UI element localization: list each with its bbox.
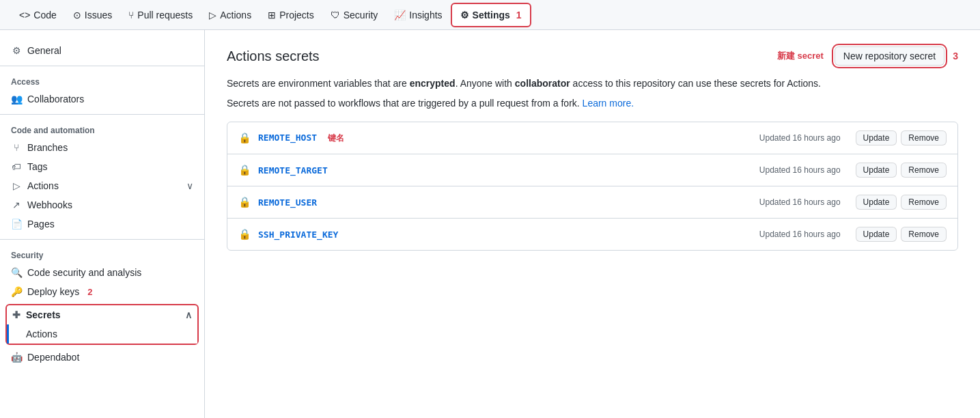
shield-icon: 🔍 xyxy=(11,267,22,278)
sidebar-secrets-label: Secrets xyxy=(26,309,61,320)
sidebar: ⚙ General Access 👥 Collaborators Code an… xyxy=(0,30,205,418)
new-secret-annotation: 新建 secret xyxy=(777,50,824,62)
main-content: Actions secrets 新建 secret New repository… xyxy=(205,30,980,418)
table-row: 🔒 REMOTE_TARGET Updated 16 hours ago Upd… xyxy=(227,154,957,186)
badge-3: 3 xyxy=(953,51,958,61)
nav-settings-label: Settings xyxy=(473,10,510,20)
update-button-2[interactable]: Update xyxy=(856,163,897,178)
nav-pull-requests[interactable]: ⑂ Pull requests xyxy=(120,4,201,26)
sidebar-code-security[interactable]: 🔍 Code security and analysis xyxy=(0,263,204,282)
secret-name-1: REMOTE_HOST 键名 xyxy=(258,133,759,144)
sidebar-general[interactable]: ⚙ General xyxy=(0,41,204,60)
description-line1: Secrets are environment variables that a… xyxy=(227,76,958,91)
dependabot-icon: 🤖 xyxy=(11,352,22,363)
sidebar-webhooks[interactable]: ↗ Webhooks xyxy=(0,195,204,214)
sidebar-secrets-actions-label: Actions xyxy=(26,329,57,339)
sidebar-deploy-keys[interactable]: 🔑 Deploy keys 2 xyxy=(0,282,204,301)
nav-insights[interactable]: 📈 Insights xyxy=(386,4,450,26)
badge-1: 1 xyxy=(516,10,522,20)
table-row: 🔒 REMOTE_USER Updated 16 hours ago Updat… xyxy=(227,186,957,219)
secret-name-2: REMOTE_TARGET xyxy=(258,165,759,176)
collaborator-text: collaborator xyxy=(515,78,570,89)
update-button-4[interactable]: Update xyxy=(856,227,897,242)
pr-icon: ⑂ xyxy=(128,10,134,20)
nav-insights-label: Insights xyxy=(409,10,442,20)
lock-icon-3: 🔒 xyxy=(238,196,251,208)
insights-icon: 📈 xyxy=(394,10,406,20)
secret-name-text-1: REMOTE_HOST xyxy=(258,133,317,143)
sidebar-collaborators[interactable]: 👥 Collaborators xyxy=(0,89,204,109)
new-repository-secret-button[interactable]: New repository secret xyxy=(835,46,944,66)
nav-projects[interactable]: ⊞ Projects xyxy=(260,4,322,26)
issues-icon: ⊙ xyxy=(73,10,81,20)
sidebar-general-label: General xyxy=(27,45,61,56)
pages-icon: 📄 xyxy=(11,219,22,229)
divider-2 xyxy=(0,114,204,115)
lock-icon-4: 🔒 xyxy=(238,228,251,240)
table-row: 🔒 REMOTE_HOST 键名 Updated 16 hours ago Up… xyxy=(227,122,957,154)
code-automation-section-label: Code and automation xyxy=(0,120,204,138)
layout: ⚙ General Access 👥 Collaborators Code an… xyxy=(0,30,980,418)
update-button-3[interactable]: Update xyxy=(856,195,897,210)
sidebar-pages[interactable]: 📄 Pages xyxy=(0,214,204,234)
nav-code[interactable]: <> Code xyxy=(11,4,65,26)
secret-name-4: SSH_PRIVATE_KEY xyxy=(258,229,759,240)
actions-icon: ▷ xyxy=(209,10,216,20)
webhook-icon: ↗ xyxy=(11,199,22,210)
projects-icon: ⊞ xyxy=(268,10,276,20)
settings-icon: ⚙ xyxy=(460,10,469,20)
code-icon: <> xyxy=(19,10,30,20)
secrets-submenu: Actions xyxy=(7,324,197,344)
secret-updated-1: Updated 16 hours ago xyxy=(759,133,841,143)
sidebar-actions-label: Actions xyxy=(27,180,59,191)
branch-icon: ⑂ xyxy=(11,142,22,153)
sidebar-tags[interactable]: 🏷 Tags xyxy=(0,157,204,176)
remove-button-1[interactable]: Remove xyxy=(901,130,947,145)
learn-more-link[interactable]: Learn more. xyxy=(583,98,634,109)
sidebar-pages-label: Pages xyxy=(27,219,55,229)
security-icon: 🛡 xyxy=(331,10,340,20)
nav-security[interactable]: 🛡 Security xyxy=(322,4,387,26)
secrets-icon: ✚ xyxy=(12,309,20,320)
nav-projects-label: Projects xyxy=(279,10,314,20)
remove-button-3[interactable]: Remove xyxy=(901,195,947,210)
actions-chevron: ∨ xyxy=(186,180,193,191)
nav-settings[interactable]: ⚙ Settings 1 xyxy=(451,3,531,27)
sidebar-secrets-actions[interactable]: Actions xyxy=(7,324,197,344)
lock-icon-2: 🔒 xyxy=(238,164,251,176)
sidebar-secrets[interactable]: ✚ Secrets ∧ xyxy=(7,305,197,324)
nav-issues-label: Issues xyxy=(85,10,112,20)
actions-sidebar-icon: ▷ xyxy=(11,180,22,191)
nav-pr-label: Pull requests xyxy=(137,10,193,20)
sidebar-collaborators-label: Collaborators xyxy=(27,94,84,104)
access-section-label: Access xyxy=(0,72,204,89)
page-title: Actions secrets xyxy=(227,48,320,64)
secret-name-3: REMOTE_USER xyxy=(258,197,759,208)
remove-button-4[interactable]: Remove xyxy=(901,227,947,242)
security-section-label: Security xyxy=(0,245,204,263)
remove-button-2[interactable]: Remove xyxy=(901,163,947,178)
sidebar-secrets-section: ✚ Secrets ∧ Actions xyxy=(5,304,199,345)
sidebar-dependabot-label: Dependabot xyxy=(27,352,79,363)
sidebar-branches[interactable]: ⑂ Branches xyxy=(0,138,204,157)
nav-issues[interactable]: ⊙ Issues xyxy=(65,4,120,26)
sidebar-deploy-keys-label: Deploy keys xyxy=(27,286,79,297)
sidebar-branches-label: Branches xyxy=(27,142,68,153)
description-line2: Secrets are not passed to workflows that… xyxy=(227,96,958,111)
sidebar-tags-label: Tags xyxy=(27,161,48,172)
sidebar-dependabot[interactable]: 🤖 Dependabot xyxy=(0,348,204,367)
key-icon: 🔑 xyxy=(11,286,22,297)
update-button-1[interactable]: Update xyxy=(856,130,897,145)
badge-2: 2 xyxy=(87,287,92,297)
divider-1 xyxy=(0,66,204,66)
secrets-table: 🔒 REMOTE_HOST 键名 Updated 16 hours ago Up… xyxy=(227,122,958,251)
encrypted-text: encrypted xyxy=(410,78,456,89)
divider-3 xyxy=(0,239,204,240)
secret-updated-3: Updated 16 hours ago xyxy=(759,197,841,207)
gear-icon: ⚙ xyxy=(11,45,22,56)
page-header: Actions secrets 新建 secret New repository… xyxy=(227,46,958,66)
sidebar-webhooks-label: Webhooks xyxy=(27,199,72,210)
sidebar-actions[interactable]: ▷ Actions ∨ xyxy=(0,176,204,195)
nav-actions[interactable]: ▷ Actions xyxy=(201,4,260,26)
nav-code-label: Code xyxy=(33,10,56,20)
